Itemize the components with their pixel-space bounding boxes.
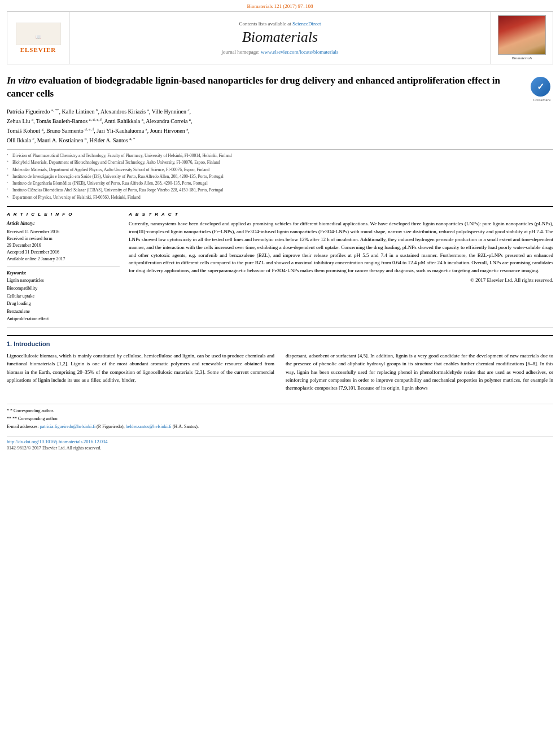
elsevier-label: ELSEVIER xyxy=(16,46,61,53)
history-heading: Article history: xyxy=(7,220,120,228)
journal-homepage-line: journal homepage: www.elsevier.com/locat… xyxy=(222,49,339,55)
footnote-star-2: ** xyxy=(7,416,11,421)
abstract-text: Currently, nanosystems have been develop… xyxy=(129,220,553,276)
footnote-emails: E-mail addresses: patricia.figueiredo@he… xyxy=(7,423,553,430)
available-date: Available online 2 January 2017 xyxy=(7,256,120,263)
intro-right-col: dispersant, adsorbent or surfactant [4,5… xyxy=(286,352,553,397)
journal-reference: Biomaterials 121 (2017) 97–108 xyxy=(0,0,560,11)
biomaterials-thumb-label: Biomaterials xyxy=(511,56,532,60)
introduction-section: 1. Introduction Lignocellulosic biomass,… xyxy=(7,335,553,397)
footnotes-section: * * Corresponding author. ** ** Correspo… xyxy=(7,404,553,430)
article-history: Article history: Received 11 November 20… xyxy=(7,220,120,267)
keyword-3: Cellular uptake xyxy=(7,292,120,300)
journal-title: Biomaterials xyxy=(242,29,318,46)
email-link-1[interactable]: patricia.figueiredo@helsinki.fi xyxy=(40,424,95,429)
article-title-section: In vitro evaluation of biodegradable lig… xyxy=(7,70,553,102)
accepted-date: Accepted 31 December 2016 xyxy=(7,249,120,256)
science-direct-link[interactable]: ScienceDirect xyxy=(292,21,321,27)
intro-right-para: dispersant, adsorbent or surfactant [4,5… xyxy=(286,352,553,392)
keyword-2: Biocompatibility xyxy=(7,285,120,292)
affiliation-d: d Instituto de Investigação e Inovação e… xyxy=(7,173,553,180)
article-info-column: A R T I C L E I N F O Article history: R… xyxy=(7,212,120,323)
crossmark-label: CrossMark xyxy=(531,98,553,102)
authors-section: Patrícia Figueiredo a, **, Kalle Lintine… xyxy=(7,107,553,145)
abstract-column: A B S T R A C T Currently, nanosystems h… xyxy=(129,212,553,323)
copyright-line: © 2017 Elsevier Ltd. All rights reserved… xyxy=(129,277,553,285)
journal-header: 📖 ELSEVIER Contents lists available at S… xyxy=(7,11,553,64)
journal-ref-text: Biomaterials 121 (2017) 97–108 xyxy=(247,3,313,9)
footnote-corresponding: * * Corresponding author. xyxy=(7,408,553,414)
keywords-section: Keywords: Lignin nanoparticles Biocompat… xyxy=(7,270,120,323)
journal-thumbnail-section: Biomaterials xyxy=(491,12,553,64)
keyword-1: Lignin nanoparticles xyxy=(7,277,120,285)
abstract-heading: A B S T R A C T xyxy=(129,212,553,217)
science-direct-line: Contents lists available at ScienceDirec… xyxy=(239,21,321,27)
elsevier-logo: 📖 ELSEVIER xyxy=(16,23,61,53)
article-info-heading: A R T I C L E I N F O xyxy=(7,212,120,217)
affiliation-b: b Biohybrid Materials, Department of Bio… xyxy=(7,159,553,165)
main-content: In vitro evaluation of biodegradable lig… xyxy=(7,70,553,451)
biomaterials-cover-image xyxy=(498,15,546,55)
journal-homepage-link[interactable]: www.elsevier.com/locate/biomaterials xyxy=(261,49,338,55)
revised-date-value: 29 December 2016 xyxy=(7,242,120,249)
affiliation-e: e Instituto de Engenharia Biomédica (INE… xyxy=(7,180,553,186)
authors-line3: Tomáš Kohout g, Bruno Sarmento d, e, f, … xyxy=(7,126,553,136)
keywords-heading: Keywords: xyxy=(7,270,120,277)
authors-line4: Olli Ikkala c, Mauri A. Kostiainen b, Hé… xyxy=(7,136,553,145)
article-title: In vitro evaluation of biodegradable lig… xyxy=(7,75,525,101)
keyword-5: Benzazulene xyxy=(7,308,120,316)
footnote-co-corresponding: ** ** Corresponding author. xyxy=(7,416,553,422)
journal-title-section: Contents lists available at ScienceDirec… xyxy=(69,12,491,64)
affiliation-f: f Instituto Ciências Biomédicas Abel Sal… xyxy=(7,187,553,193)
svg-text:📖: 📖 xyxy=(36,34,41,40)
section-title: 1. Introduction xyxy=(7,340,553,347)
doi-link[interactable]: http://dx.doi.org/10.1016/j.biomaterials… xyxy=(7,439,108,444)
authors-line2: Zehua Liu a, Tomás Bauleth-Ramos a, d, e… xyxy=(7,116,553,126)
issn-line: 0142-9612/© 2017 Elsevier Ltd. All right… xyxy=(7,445,553,451)
authors-line1: Patrícia Figueiredo a, **, Kalle Lintine… xyxy=(7,107,553,116)
elsevier-tree-icon: 📖 xyxy=(16,23,61,45)
received-date: Received 11 November 2016 xyxy=(7,229,120,235)
affiliation-c: c Molecular Materials, Department of App… xyxy=(7,167,553,173)
keyword-4: Drug loading xyxy=(7,300,120,308)
elsevier-logo-section: 📖 ELSEVIER xyxy=(7,12,69,64)
intro-left-col: Lignocellulosic biomass, which is mainly… xyxy=(7,352,274,397)
received-revised-date: Received in revised form xyxy=(7,235,120,242)
introduction-columns: Lignocellulosic biomass, which is mainly… xyxy=(7,352,553,397)
article-info-abstract-section: A R T I C L E I N F O Article history: R… xyxy=(7,206,553,328)
doi-line: http://dx.doi.org/10.1016/j.biomaterials… xyxy=(7,439,553,444)
footnote-star-1: * xyxy=(7,408,9,413)
email-link-2[interactable]: helder.santos@helsinki.fi xyxy=(126,424,172,429)
affiliation-a: a Division of Pharmaceutical Chemistry a… xyxy=(7,152,553,159)
crossmark-icon: ✓ xyxy=(531,77,550,97)
crossmark-section: ✓ CrossMark xyxy=(531,77,553,102)
keyword-6: Antiproliferation effect xyxy=(7,315,120,323)
svg-rect-0 xyxy=(16,23,61,45)
affiliations-section: a Division of Pharmaceutical Chemistry a… xyxy=(7,150,553,200)
intro-left-para: Lignocellulosic biomass, which is mainly… xyxy=(7,352,274,385)
page-footer: http://dx.doi.org/10.1016/j.biomaterials… xyxy=(7,436,553,451)
affiliation-g: g Department of Physics, University of H… xyxy=(7,194,553,200)
